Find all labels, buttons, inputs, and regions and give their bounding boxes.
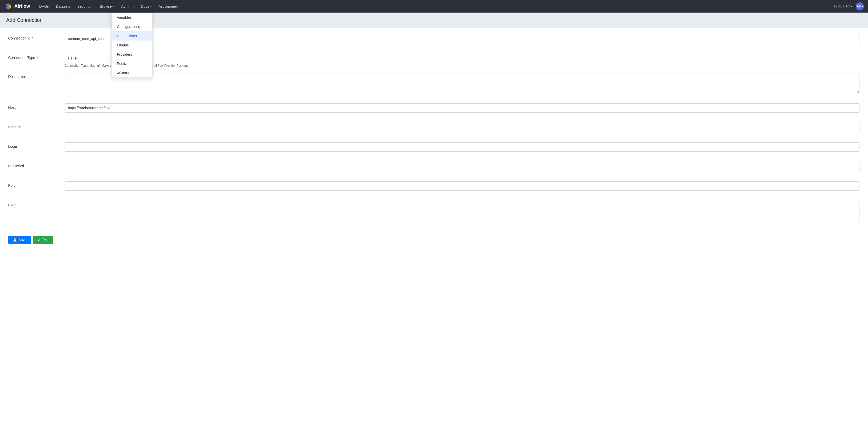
host-label: Host xyxy=(8,104,65,110)
description-input[interactable] xyxy=(65,72,860,93)
port-label: Port xyxy=(8,181,65,187)
nav-item-dags[interactable]: DAGs xyxy=(36,3,52,10)
back-button[interactable]: ← xyxy=(55,236,67,244)
password-input[interactable] xyxy=(65,162,860,171)
dropdown-item-pools[interactable]: Pools xyxy=(112,59,152,68)
connection-id-required: * xyxy=(32,36,33,40)
browse-caret-icon: ▾ xyxy=(113,5,114,8)
avatar-caret-icon: ▾ xyxy=(862,5,863,8)
port-group: Port xyxy=(8,181,860,196)
connection-type-helper: Connection Type missing? Make sure to in… xyxy=(65,64,860,67)
connection-type-required: * xyxy=(37,56,38,60)
docs-caret-icon: ▾ xyxy=(150,5,151,8)
astronomer-caret-icon: ▾ xyxy=(178,5,180,8)
description-label: Description xyxy=(8,72,65,79)
login-group: Login xyxy=(8,142,860,157)
extra-label: Extra xyxy=(8,201,65,207)
save-icon: 💾 xyxy=(12,238,17,242)
time-caret-icon: ▾ xyxy=(851,4,852,8)
admin-caret-icon: ▾ xyxy=(132,5,134,8)
navbar: Airflow DAGs Datasets Security ▾ Browse … xyxy=(0,0,868,12)
airflow-logo xyxy=(4,2,12,10)
schema-group: Schema xyxy=(8,123,860,137)
dropdown-item-plugins[interactable]: Plugins xyxy=(112,40,152,50)
connection-type-label: Connection Type * xyxy=(8,54,65,60)
nav-item-security[interactable]: Security ▾ xyxy=(74,3,96,10)
extra-group: Extra xyxy=(8,201,860,227)
connection-id-input[interactable] xyxy=(65,34,860,44)
dropdown-item-providers[interactable]: Providers xyxy=(112,50,152,59)
test-button[interactable]: ✔ Test xyxy=(33,236,53,244)
dropdown-item-connections[interactable]: Connections xyxy=(112,31,152,40)
nav-item-astronomer[interactable]: Astronomer ▾ xyxy=(155,3,182,10)
schema-label: Schema xyxy=(8,123,65,129)
navbar-avatar[interactable]: AU ▾ xyxy=(856,2,864,10)
security-caret-icon: ▾ xyxy=(91,5,93,8)
nav-item-admin[interactable]: Admin ▾ xyxy=(118,3,137,10)
password-label: Password xyxy=(8,162,65,168)
navbar-brand[interactable]: Airflow xyxy=(4,2,30,10)
nav-item-browse[interactable]: Browse ▾ xyxy=(97,3,117,10)
extra-input[interactable] xyxy=(65,201,860,221)
dropdown-item-configurations[interactable]: Configurations xyxy=(112,22,152,31)
main-content: Connection Id * Connection Type * Connec… xyxy=(0,28,868,435)
test-icon: ✔ xyxy=(37,238,40,242)
navbar-right: 12:31 UTC ▾ AU ▾ xyxy=(834,2,864,10)
host-input[interactable] xyxy=(65,104,860,113)
nav-items: DAGs Datasets Security ▾ Browse ▾ Admin … xyxy=(36,3,834,10)
nav-item-docs[interactable]: Docs ▾ xyxy=(138,3,155,10)
navbar-brand-title: Airflow xyxy=(14,4,30,9)
login-input[interactable] xyxy=(65,142,860,152)
schema-input[interactable] xyxy=(65,123,860,132)
navbar-time[interactable]: 12:31 UTC ▾ xyxy=(834,4,852,8)
host-group: Host xyxy=(8,104,860,118)
form-footer: 💾 Save ✔ Test ← xyxy=(8,232,860,248)
port-input[interactable] xyxy=(65,181,860,191)
connection-id-label: Connection Id * xyxy=(8,34,65,40)
password-group: Password xyxy=(8,162,860,176)
login-label: Login xyxy=(8,142,65,148)
connection-type-container: Connection Type missing? Make sure to in… xyxy=(65,54,860,67)
nav-item-datasets[interactable]: Datasets xyxy=(53,3,73,10)
admin-dropdown-menu: Variables Configurations Connections Plu… xyxy=(112,12,153,78)
dropdown-item-variables[interactable]: Variables xyxy=(112,13,152,22)
save-button[interactable]: 💾 Save xyxy=(8,236,31,244)
connection-type-input[interactable] xyxy=(65,54,116,63)
dropdown-item-xcoms[interactable]: XComs xyxy=(112,68,152,78)
